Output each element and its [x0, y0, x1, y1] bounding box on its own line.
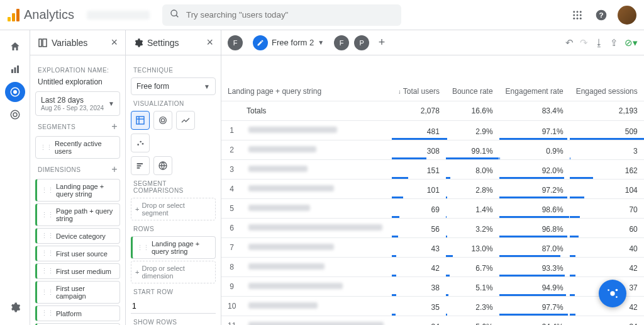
- cell-value: 94.9%: [499, 277, 570, 297]
- dimension-chip[interactable]: ⋮⋮First user source: [35, 246, 120, 261]
- redo-icon[interactable]: ↷: [580, 37, 588, 48]
- dimension-chip[interactable]: ⋮⋮First user campaign: [35, 281, 120, 304]
- totals-row: Totals 2,078 16.6% 83.4% 2,193 3: [221, 101, 644, 121]
- add-segment-button[interactable]: +: [111, 121, 118, 132]
- svg-text:?: ?: [599, 11, 603, 19]
- rail-home-icon[interactable]: [5, 37, 25, 57]
- table-row[interactable]: 8426.7%93.3%422: [221, 258, 644, 277]
- col-dimension[interactable]: Landing page + query string: [221, 55, 392, 101]
- show-rows-heading: SHOW ROWS: [133, 319, 213, 325]
- dimension-chip[interactable]: ⋮⋮Device category: [35, 228, 120, 244]
- avatar[interactable]: [618, 6, 636, 25]
- tab-freeform-3[interactable]: F: [334, 35, 349, 50]
- row-dimension: [242, 316, 391, 326]
- svg-rect-30: [137, 163, 143, 164]
- viz-geo-icon[interactable]: [153, 156, 172, 175]
- help-icon[interactable]: ?: [594, 8, 609, 23]
- table-row[interactable]: 230899.1%0.9%3: [221, 140, 644, 160]
- svg-point-26: [161, 118, 164, 122]
- rail-advertising-icon[interactable]: [5, 105, 25, 125]
- date-range-picker[interactable]: Last 28 days Aug 26 - Sep 23, 2024 ▼: [35, 91, 120, 116]
- share-icon[interactable]: ⇪: [610, 37, 618, 48]
- svg-point-36: [616, 296, 618, 298]
- table-row[interactable]: 74313.0%87.0%402: [221, 238, 644, 258]
- row-number: 3: [221, 160, 242, 180]
- property-breadcrumb[interactable]: [87, 11, 150, 20]
- dimension-chip[interactable]: ⋮⋮Page path + query string: [35, 203, 120, 226]
- settings-title: Settings: [147, 38, 179, 48]
- segment-dropzone[interactable]: +Drop or select segment: [131, 198, 216, 220]
- cell-value: 94.4%: [499, 316, 570, 326]
- table-row[interactable]: 31518.0%92.0%162: [221, 160, 644, 180]
- viz-table-icon[interactable]: [131, 111, 150, 130]
- svg-point-8: [573, 17, 575, 19]
- table-row[interactable]: 41012.8%97.2%1042: [221, 180, 644, 199]
- rail-explore-icon[interactable]: [5, 82, 25, 102]
- undo-icon[interactable]: ↶: [565, 37, 574, 48]
- close-settings-icon[interactable]: ×: [206, 36, 213, 49]
- tab-path-1[interactable]: P: [354, 35, 369, 50]
- row-dimension: [242, 297, 391, 316]
- table-row[interactable]: 6563.2%96.8%60: [221, 219, 644, 238]
- chevron-down-icon[interactable]: ▼: [318, 39, 324, 46]
- drag-handle-icon[interactable]: ⋮⋮: [41, 186, 53, 195]
- drag-handle-icon[interactable]: ⋮⋮: [40, 144, 52, 152]
- add-tab-button[interactable]: +: [374, 35, 389, 50]
- search-box[interactable]: [162, 4, 401, 26]
- segment-chip[interactable]: ⋮⋮Recently active users: [35, 136, 120, 159]
- viz-donut-icon[interactable]: [153, 111, 172, 130]
- col-total-users[interactable]: ↓ Total users: [392, 55, 446, 101]
- drag-handle-icon[interactable]: ⋮⋮: [41, 249, 53, 258]
- rail-reports-icon[interactable]: [5, 59, 25, 79]
- dimension-chip[interactable]: ⋮⋮Landing page + query string: [35, 179, 120, 202]
- totals-engagement: 83.4%: [499, 101, 570, 121]
- col-bounce-rate[interactable]: Bounce rate: [446, 55, 499, 101]
- svg-point-10: [580, 17, 582, 19]
- col-engagement-rate[interactable]: Engagement rate: [499, 55, 570, 101]
- table-row[interactable]: 11345.6%94.4%34: [221, 316, 644, 326]
- row-number: 11: [221, 316, 242, 326]
- table-row[interactable]: 5691.4%98.6%701m 0: [221, 199, 644, 219]
- col-engaged-sessions[interactable]: Engaged sessions: [570, 55, 644, 101]
- row-number: 1: [221, 121, 242, 140]
- drag-handle-icon[interactable]: ⋮⋮: [136, 244, 149, 252]
- cell-value: 87.0%: [499, 238, 570, 258]
- drag-handle-icon[interactable]: ⋮⋮: [41, 211, 53, 219]
- rail-admin-icon[interactable]: [5, 297, 25, 317]
- close-variables-icon[interactable]: ×: [111, 36, 118, 49]
- add-dimension-button[interactable]: +: [111, 164, 118, 175]
- svg-rect-15: [17, 66, 19, 73]
- tab-freeform-2-active[interactable]: Free form 2 ▼: [248, 33, 329, 53]
- dimension-label: First user campaign: [56, 285, 116, 300]
- start-row-heading: START ROW: [133, 288, 213, 295]
- drag-handle-icon[interactable]: ⋮⋮: [41, 288, 53, 297]
- table-row[interactable]: 14812.9%97.1%509: [221, 121, 644, 140]
- viz-line-icon[interactable]: [176, 111, 195, 130]
- exploration-name[interactable]: Untitled exploration: [38, 77, 118, 86]
- cell-value: 96.8%: [499, 219, 570, 238]
- drag-handle-icon[interactable]: ⋮⋮: [41, 267, 53, 275]
- rows-chip[interactable]: ⋮⋮Landing page + query string: [131, 236, 216, 259]
- start-row-input[interactable]: [131, 299, 216, 314]
- dimension-label: Page path + query string: [56, 207, 116, 222]
- insights-fab[interactable]: [599, 280, 626, 307]
- download-icon[interactable]: ⭳: [594, 37, 604, 48]
- rows-heading: ROWS: [133, 225, 213, 232]
- apps-icon[interactable]: [570, 8, 585, 23]
- row-number: 4: [221, 180, 242, 199]
- rows-dropzone[interactable]: +Drop or select dimension: [131, 261, 216, 283]
- table-row[interactable]: 9385.1%94.9%372: [221, 277, 644, 297]
- technique-value: Free form: [136, 82, 169, 91]
- dimension-chip[interactable]: ⋮⋮First user medium: [35, 263, 120, 279]
- cell-value: 481: [392, 121, 446, 140]
- technique-select[interactable]: Free form▼: [131, 77, 216, 95]
- table-row[interactable]: 10352.3%97.7%421m 0: [221, 297, 644, 316]
- drag-handle-icon[interactable]: ⋮⋮: [41, 309, 53, 317]
- drag-handle-icon[interactable]: ⋮⋮: [41, 232, 53, 240]
- dimension-chip[interactable]: ⋮⋮Platform: [35, 305, 120, 321]
- viz-scatter-icon[interactable]: [131, 134, 150, 152]
- search-input[interactable]: [186, 10, 394, 20]
- quality-icon[interactable]: ⊘▾: [625, 37, 638, 48]
- tab-freeform-1[interactable]: F: [228, 35, 243, 50]
- viz-bar-icon[interactable]: [131, 156, 150, 175]
